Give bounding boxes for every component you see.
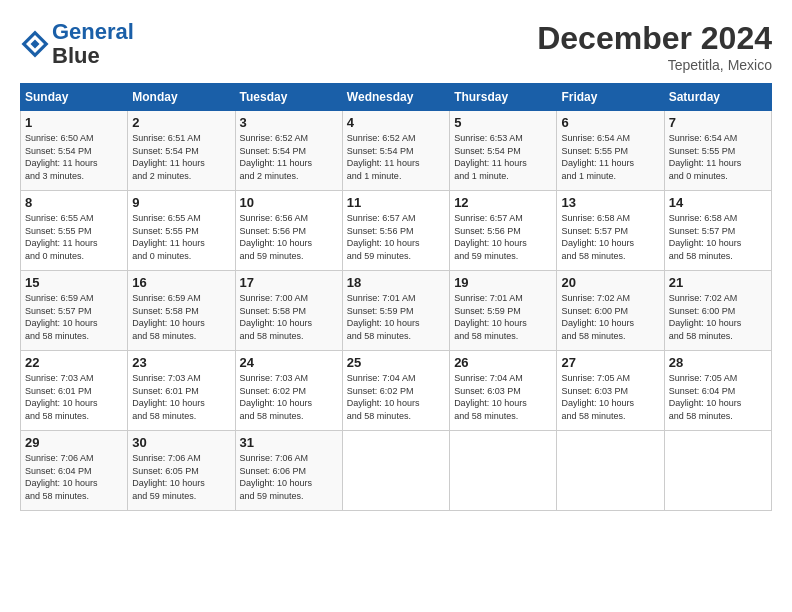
day-info: Sunrise: 7:00 AM Sunset: 5:58 PM Dayligh… xyxy=(240,292,338,342)
calendar-cell: 10Sunrise: 6:56 AM Sunset: 5:56 PM Dayli… xyxy=(235,191,342,271)
calendar-cell: 31Sunrise: 7:06 AM Sunset: 6:06 PM Dayli… xyxy=(235,431,342,511)
weekday-header-row: SundayMondayTuesdayWednesdayThursdayFrid… xyxy=(21,84,772,111)
day-info: Sunrise: 7:02 AM Sunset: 6:00 PM Dayligh… xyxy=(669,292,767,342)
day-number: 13 xyxy=(561,195,659,210)
day-number: 21 xyxy=(669,275,767,290)
day-number: 31 xyxy=(240,435,338,450)
calendar-cell: 29Sunrise: 7:06 AM Sunset: 6:04 PM Dayli… xyxy=(21,431,128,511)
day-number: 10 xyxy=(240,195,338,210)
logo: General Blue xyxy=(20,20,134,68)
calendar-cell: 9Sunrise: 6:55 AM Sunset: 5:55 PM Daylig… xyxy=(128,191,235,271)
day-info: Sunrise: 6:50 AM Sunset: 5:54 PM Dayligh… xyxy=(25,132,123,182)
calendar-week-row: 1Sunrise: 6:50 AM Sunset: 5:54 PM Daylig… xyxy=(21,111,772,191)
logo-icon xyxy=(20,29,50,59)
day-info: Sunrise: 7:05 AM Sunset: 6:03 PM Dayligh… xyxy=(561,372,659,422)
calendar-cell: 17Sunrise: 7:00 AM Sunset: 5:58 PM Dayli… xyxy=(235,271,342,351)
calendar-cell: 3Sunrise: 6:52 AM Sunset: 5:54 PM Daylig… xyxy=(235,111,342,191)
day-number: 16 xyxy=(132,275,230,290)
day-number: 8 xyxy=(25,195,123,210)
day-number: 30 xyxy=(132,435,230,450)
calendar-cell: 22Sunrise: 7:03 AM Sunset: 6:01 PM Dayli… xyxy=(21,351,128,431)
weekday-header-saturday: Saturday xyxy=(664,84,771,111)
calendar-cell: 16Sunrise: 6:59 AM Sunset: 5:58 PM Dayli… xyxy=(128,271,235,351)
day-info: Sunrise: 7:03 AM Sunset: 6:01 PM Dayligh… xyxy=(25,372,123,422)
calendar-cell: 2Sunrise: 6:51 AM Sunset: 5:54 PM Daylig… xyxy=(128,111,235,191)
calendar-cell: 24Sunrise: 7:03 AM Sunset: 6:02 PM Dayli… xyxy=(235,351,342,431)
day-number: 22 xyxy=(25,355,123,370)
day-number: 26 xyxy=(454,355,552,370)
calendar-cell: 11Sunrise: 6:57 AM Sunset: 5:56 PM Dayli… xyxy=(342,191,449,271)
calendar-week-row: 22Sunrise: 7:03 AM Sunset: 6:01 PM Dayli… xyxy=(21,351,772,431)
day-number: 5 xyxy=(454,115,552,130)
month-title: December 2024 xyxy=(537,20,772,57)
day-number: 20 xyxy=(561,275,659,290)
calendar-header: SundayMondayTuesdayWednesdayThursdayFrid… xyxy=(21,84,772,111)
calendar-cell xyxy=(450,431,557,511)
day-number: 18 xyxy=(347,275,445,290)
day-number: 7 xyxy=(669,115,767,130)
day-info: Sunrise: 7:02 AM Sunset: 6:00 PM Dayligh… xyxy=(561,292,659,342)
day-info: Sunrise: 6:59 AM Sunset: 5:58 PM Dayligh… xyxy=(132,292,230,342)
weekday-header-friday: Friday xyxy=(557,84,664,111)
day-number: 24 xyxy=(240,355,338,370)
calendar-cell: 21Sunrise: 7:02 AM Sunset: 6:00 PM Dayli… xyxy=(664,271,771,351)
logo-line2: Blue xyxy=(52,44,134,68)
day-info: Sunrise: 6:52 AM Sunset: 5:54 PM Dayligh… xyxy=(347,132,445,182)
day-info: Sunrise: 6:55 AM Sunset: 5:55 PM Dayligh… xyxy=(132,212,230,262)
weekday-header-tuesday: Tuesday xyxy=(235,84,342,111)
day-info: Sunrise: 6:52 AM Sunset: 5:54 PM Dayligh… xyxy=(240,132,338,182)
day-info: Sunrise: 6:55 AM Sunset: 5:55 PM Dayligh… xyxy=(25,212,123,262)
calendar-cell: 7Sunrise: 6:54 AM Sunset: 5:55 PM Daylig… xyxy=(664,111,771,191)
calendar-cell xyxy=(342,431,449,511)
calendar-cell: 4Sunrise: 6:52 AM Sunset: 5:54 PM Daylig… xyxy=(342,111,449,191)
calendar-body: 1Sunrise: 6:50 AM Sunset: 5:54 PM Daylig… xyxy=(21,111,772,511)
calendar-cell: 19Sunrise: 7:01 AM Sunset: 5:59 PM Dayli… xyxy=(450,271,557,351)
day-number: 1 xyxy=(25,115,123,130)
day-info: Sunrise: 6:51 AM Sunset: 5:54 PM Dayligh… xyxy=(132,132,230,182)
day-info: Sunrise: 7:06 AM Sunset: 6:04 PM Dayligh… xyxy=(25,452,123,502)
calendar-cell: 25Sunrise: 7:04 AM Sunset: 6:02 PM Dayli… xyxy=(342,351,449,431)
calendar-cell: 1Sunrise: 6:50 AM Sunset: 5:54 PM Daylig… xyxy=(21,111,128,191)
calendar-cell: 30Sunrise: 7:06 AM Sunset: 6:05 PM Dayli… xyxy=(128,431,235,511)
day-info: Sunrise: 7:04 AM Sunset: 6:02 PM Dayligh… xyxy=(347,372,445,422)
calendar-cell: 26Sunrise: 7:04 AM Sunset: 6:03 PM Dayli… xyxy=(450,351,557,431)
calendar-cell: 23Sunrise: 7:03 AM Sunset: 6:01 PM Dayli… xyxy=(128,351,235,431)
day-info: Sunrise: 6:57 AM Sunset: 5:56 PM Dayligh… xyxy=(347,212,445,262)
day-info: Sunrise: 6:54 AM Sunset: 5:55 PM Dayligh… xyxy=(669,132,767,182)
day-number: 28 xyxy=(669,355,767,370)
day-number: 12 xyxy=(454,195,552,210)
day-info: Sunrise: 6:59 AM Sunset: 5:57 PM Dayligh… xyxy=(25,292,123,342)
logo-text: General Blue xyxy=(52,20,134,68)
weekday-header-monday: Monday xyxy=(128,84,235,111)
calendar-cell: 8Sunrise: 6:55 AM Sunset: 5:55 PM Daylig… xyxy=(21,191,128,271)
location: Tepetitla, Mexico xyxy=(537,57,772,73)
day-info: Sunrise: 6:58 AM Sunset: 5:57 PM Dayligh… xyxy=(669,212,767,262)
calendar-week-row: 29Sunrise: 7:06 AM Sunset: 6:04 PM Dayli… xyxy=(21,431,772,511)
calendar-week-row: 8Sunrise: 6:55 AM Sunset: 5:55 PM Daylig… xyxy=(21,191,772,271)
day-number: 4 xyxy=(347,115,445,130)
day-number: 14 xyxy=(669,195,767,210)
day-info: Sunrise: 7:01 AM Sunset: 5:59 PM Dayligh… xyxy=(454,292,552,342)
day-info: Sunrise: 6:58 AM Sunset: 5:57 PM Dayligh… xyxy=(561,212,659,262)
day-info: Sunrise: 6:56 AM Sunset: 5:56 PM Dayligh… xyxy=(240,212,338,262)
calendar-cell: 20Sunrise: 7:02 AM Sunset: 6:00 PM Dayli… xyxy=(557,271,664,351)
calendar-cell: 18Sunrise: 7:01 AM Sunset: 5:59 PM Dayli… xyxy=(342,271,449,351)
page-header: General Blue December 2024 Tepetitla, Me… xyxy=(20,20,772,73)
calendar-cell xyxy=(664,431,771,511)
day-info: Sunrise: 7:05 AM Sunset: 6:04 PM Dayligh… xyxy=(669,372,767,422)
day-number: 29 xyxy=(25,435,123,450)
day-number: 15 xyxy=(25,275,123,290)
calendar-cell: 28Sunrise: 7:05 AM Sunset: 6:04 PM Dayli… xyxy=(664,351,771,431)
calendar-cell xyxy=(557,431,664,511)
calendar-cell: 6Sunrise: 6:54 AM Sunset: 5:55 PM Daylig… xyxy=(557,111,664,191)
day-number: 9 xyxy=(132,195,230,210)
day-info: Sunrise: 7:06 AM Sunset: 6:06 PM Dayligh… xyxy=(240,452,338,502)
day-number: 27 xyxy=(561,355,659,370)
day-number: 3 xyxy=(240,115,338,130)
calendar-cell: 12Sunrise: 6:57 AM Sunset: 5:56 PM Dayli… xyxy=(450,191,557,271)
day-number: 23 xyxy=(132,355,230,370)
logo-line1: General xyxy=(52,19,134,44)
calendar-cell: 5Sunrise: 6:53 AM Sunset: 5:54 PM Daylig… xyxy=(450,111,557,191)
calendar-table: SundayMondayTuesdayWednesdayThursdayFrid… xyxy=(20,83,772,511)
day-number: 19 xyxy=(454,275,552,290)
